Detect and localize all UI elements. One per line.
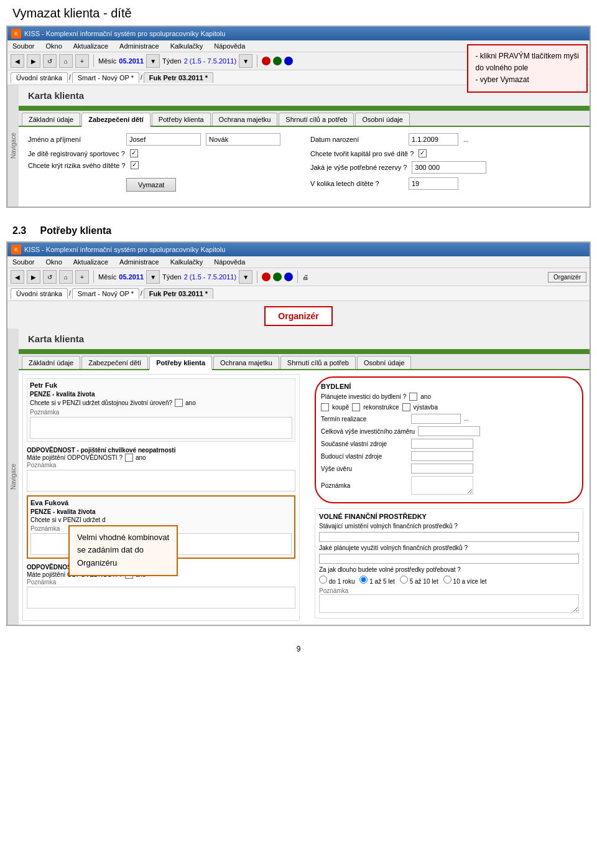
celkova-input[interactable]: [418, 426, 480, 436]
month-arrow[interactable]: ▼: [146, 54, 160, 68]
circle2-blue: [284, 273, 293, 281]
karta-title2: Karta klienta: [19, 329, 590, 349]
client1-penze-row: Chcete si v PENZI udržet důstojnou život…: [30, 399, 292, 407]
menu-aktualizace[interactable]: Aktualizace: [72, 42, 110, 50]
tab-shruti[interactable]: Shrnutí cílů a potřeb: [279, 113, 354, 126]
window1-main: Karta klienta Základní údaje Zabezpečení…: [19, 85, 590, 207]
toolbar2-back[interactable]: ◀: [11, 270, 24, 284]
client1-odpov-chk[interactable]: [125, 454, 133, 462]
tab-osobni[interactable]: Osobní údaje: [355, 113, 409, 126]
budouci-input[interactable]: [411, 451, 473, 461]
client1-pozn-box[interactable]: [30, 417, 292, 439]
week2-arrow[interactable]: ▼: [239, 270, 252, 284]
toolbar-fwd[interactable]: ▶: [27, 54, 40, 68]
rekonstrukce-chk[interactable]: [352, 403, 360, 411]
kapital-chk[interactable]: [419, 149, 427, 157]
organizer-toolbar-btn[interactable]: Organizér: [548, 272, 586, 282]
poznamka-bydleni-input[interactable]: [411, 476, 473, 495]
radio-1az5-input[interactable]: [359, 576, 368, 584]
radio-5az10[interactable]: 5 až 10 let: [400, 576, 438, 585]
radio-10vice[interactable]: 10 a více let: [443, 576, 487, 585]
datum-input[interactable]: [409, 133, 458, 146]
window2-toolbar: ◀ ▶ ↺ ⌂ + Měsíc 05.2011 ▼ Týden 2 (1.5 -…: [7, 268, 590, 286]
sportovec-chk[interactable]: [130, 149, 138, 157]
section-heading: 2.3 Potřeby klienta: [0, 220, 597, 241]
radio-10vice-input[interactable]: [443, 576, 451, 584]
tab2-zabezpeceni[interactable]: Zabezpečení dětí: [81, 356, 148, 369]
termin-picker[interactable]: ...: [464, 416, 469, 422]
radio-5az10-input[interactable]: [400, 576, 408, 584]
toolbar-plus[interactable]: +: [75, 54, 89, 68]
breadcrumb2-fuk[interactable]: Fuk Petr 03.2011 *: [144, 288, 213, 299]
month2-value[interactable]: 05.2011: [119, 273, 144, 281]
tab-zabezpeceni[interactable]: Zabezpečení dětí: [81, 113, 150, 127]
printer-icon[interactable]: 🖨: [302, 274, 308, 281]
app-icon: K: [11, 29, 21, 39]
menu2-okno[interactable]: Okno: [44, 258, 63, 266]
breadcrumb-home[interactable]: Úvodní stránka: [11, 72, 68, 83]
tab2-ochrana[interactable]: Ochrana majetku: [213, 356, 279, 369]
menu2-napoveda[interactable]: Nápověda: [212, 258, 247, 266]
radio-do1roku-input[interactable]: [319, 576, 327, 584]
koupe-chk[interactable]: [321, 403, 329, 411]
menu2-kalkulacky[interactable]: Kalkulačky: [169, 258, 205, 266]
prijmeni-input[interactable]: [206, 133, 280, 146]
week-arrow[interactable]: ▼: [239, 54, 252, 68]
toolbar-back[interactable]: ◀: [11, 54, 24, 68]
month2-arrow[interactable]: ▼: [146, 270, 160, 284]
menu-administrace[interactable]: Administrace: [118, 42, 161, 50]
organizer-toolbar-area: Organizér: [548, 272, 586, 282]
toolbar2-refresh[interactable]: ↺: [43, 270, 57, 284]
volne-pozn-input[interactable]: [319, 594, 579, 613]
soucasne-input[interactable]: [411, 439, 473, 449]
tab2-zakladni[interactable]: Základní údaje: [22, 356, 80, 369]
vymazat-button[interactable]: Vymazat: [126, 178, 176, 192]
bydleni-q-row: Plánujete investici do bydlení ? ano: [321, 393, 577, 401]
jmeno-input[interactable]: [126, 133, 201, 146]
tab-ochrana[interactable]: Ochrana majetku: [212, 113, 278, 126]
menu-kalkulacky[interactable]: Kalkulačky: [169, 42, 205, 50]
week2-value[interactable]: 2 (1.5 - 7.5.2011): [184, 273, 236, 281]
menu2-soubor[interactable]: Soubor: [11, 258, 36, 266]
tab2-potreby[interactable]: Potřeby klienta: [149, 356, 212, 370]
menu2-aktualizace[interactable]: Aktualizace: [72, 258, 110, 266]
tab-potreby[interactable]: Potřeby klienta: [152, 113, 211, 126]
week-label: Týden: [162, 57, 182, 65]
vyse-uveru-input[interactable]: [411, 464, 473, 474]
tab2-osobni[interactable]: Osobní údaje: [357, 356, 411, 369]
toolbar-home[interactable]: ⌂: [59, 54, 73, 68]
breadcrumb-fuk[interactable]: Fuk Petr 03.2011 *: [144, 72, 213, 83]
volne-q1-input[interactable]: [319, 532, 579, 542]
datum-picker[interactable]: ...: [463, 136, 468, 143]
menu-soubor[interactable]: Soubor: [11, 42, 36, 50]
vystavba-chk[interactable]: [402, 403, 410, 411]
menu2-administrace[interactable]: Administrace: [118, 258, 161, 266]
breadcrumb-smartop[interactable]: Smart - Nový OP *: [72, 72, 139, 83]
rezervy-input[interactable]: [412, 161, 486, 174]
radio-1az5[interactable]: 1 až 5 let: [359, 576, 394, 585]
client1-penze-chk[interactable]: [175, 399, 183, 407]
toolbar2-plus[interactable]: +: [75, 270, 89, 284]
termin-input[interactable]: [411, 414, 461, 424]
breadcrumb2-smartop[interactable]: Smart - Nový OP *: [72, 288, 139, 299]
toolbar2-fwd[interactable]: ▶: [27, 270, 40, 284]
week-value[interactable]: 2 (1.5 - 7.5.2011): [184, 57, 236, 65]
toolbar2-home[interactable]: ⌂: [59, 270, 73, 284]
tab-zakladni[interactable]: Základní údaje: [22, 113, 80, 126]
client1-odpov-pozn-label: Poznámka: [27, 462, 295, 469]
menu-okno[interactable]: Okno: [44, 42, 63, 50]
menu-napoveda[interactable]: Nápověda: [212, 42, 247, 50]
tab-row2: Základní údaje Zabezpečení dětí Potřeby …: [19, 354, 590, 370]
volne-q2-input[interactable]: [319, 554, 579, 564]
toolbar-refresh[interactable]: ↺: [43, 54, 57, 68]
rizika-chk[interactable]: [131, 161, 139, 169]
bydleni-chk[interactable]: [409, 393, 417, 401]
organizer-overlay-area: Organizér: [7, 301, 590, 329]
breadcrumb2-home[interactable]: Úvodní stránka: [11, 288, 68, 299]
radio-do1roku[interactable]: do 1 roku: [319, 576, 354, 585]
tab2-shruti[interactable]: Shrnutí cílů a potřeb: [280, 356, 356, 369]
client1-odpov-pozn-box[interactable]: [27, 470, 295, 492]
month-value[interactable]: 05.2011: [119, 57, 144, 65]
client2-odpov-pozn-box[interactable]: [27, 587, 295, 609]
leta-input[interactable]: [409, 177, 458, 190]
